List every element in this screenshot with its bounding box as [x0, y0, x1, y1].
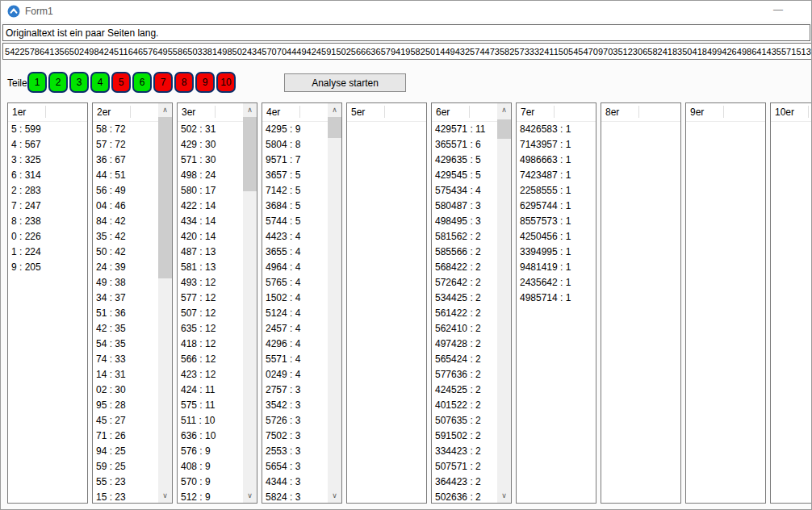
list-item[interactable]: 56 : 49: [93, 183, 158, 199]
analyse-button[interactable]: Analyse starten: [284, 73, 406, 92]
list-item[interactable]: 568422 : 2: [432, 260, 497, 275]
list-item[interactable]: 575 : 11: [178, 398, 243, 413]
list-item[interactable]: 3655 : 4: [262, 245, 328, 260]
list-item[interactable]: 502636 : 2: [432, 490, 497, 503]
vertical-scrollbar[interactable]: ∧∨: [158, 103, 172, 503]
list-item[interactable]: 5654 : 3: [262, 459, 328, 474]
list-item[interactable]: 418 : 12: [178, 337, 243, 352]
list-item[interactable]: 572642 : 2: [432, 275, 497, 291]
list-item[interactable]: 571 : 30: [178, 153, 243, 168]
list-item[interactable]: 3684 : 5: [262, 199, 328, 214]
list-item[interactable]: 4296 : 4: [262, 337, 328, 352]
list-item[interactable]: 570 : 9: [178, 474, 243, 490]
list-item[interactable]: 55 : 23: [93, 474, 158, 490]
list-item[interactable]: 0 : 226: [8, 229, 87, 245]
list-item[interactable]: 71 : 26: [93, 428, 158, 444]
scroll-up-icon[interactable]: ∧: [328, 103, 341, 117]
teiler-button-1[interactable]: 1: [27, 72, 47, 93]
list-item[interactable]: 1 : 224: [8, 245, 87, 260]
list-item[interactable]: 422 : 14: [178, 199, 243, 214]
list-item[interactable]: 7143957 : 1: [517, 137, 596, 153]
list-item[interactable]: 02 : 30: [93, 382, 158, 398]
list-item[interactable]: 424525 : 2: [432, 382, 497, 398]
minimize-button[interactable]: —: [764, 1, 792, 20]
list-item[interactable]: 7 : 247: [8, 199, 87, 214]
list-item[interactable]: 5571 : 4: [262, 352, 328, 367]
list-item[interactable]: 5 : 599: [8, 122, 87, 137]
list-item[interactable]: 9571 : 7: [262, 153, 328, 168]
list-item[interactable]: 2435642 : 1: [517, 275, 596, 291]
list-item[interactable]: 429571 : 11: [432, 122, 497, 137]
list-item[interactable]: 45 : 27: [93, 413, 158, 428]
list-item[interactable]: 429635 : 5: [432, 153, 497, 168]
list-item[interactable]: 7423487 : 1: [517, 168, 596, 183]
list-item[interactable]: 4423 : 4: [262, 229, 328, 245]
list-item[interactable]: 59 : 25: [93, 459, 158, 474]
list-item[interactable]: 498495 : 3: [432, 214, 497, 229]
list-item[interactable]: 3657 : 5: [262, 168, 328, 183]
teiler-button-4[interactable]: 4: [90, 72, 110, 93]
list-item[interactable]: 50 : 42: [93, 245, 158, 260]
list-item[interactable]: 51 : 36: [93, 306, 158, 321]
list-item[interactable]: 8557573 : 1: [517, 214, 596, 229]
list-item[interactable]: 4986663 : 1: [517, 153, 596, 168]
list-item[interactable]: 5804 : 8: [262, 137, 328, 153]
list-item[interactable]: 54 : 35: [93, 337, 158, 352]
list-item[interactable]: 7142 : 5: [262, 183, 328, 199]
list-item[interactable]: 365571 : 6: [432, 137, 497, 153]
list-item[interactable]: 3 : 325: [8, 153, 87, 168]
list-item[interactable]: 0249 : 4: [262, 367, 328, 382]
list-item[interactable]: 34 : 37: [93, 291, 158, 306]
list-item[interactable]: 635 : 12: [178, 321, 243, 337]
list-item[interactable]: 49 : 38: [93, 275, 158, 291]
original-text-input[interactable]: [2, 24, 810, 41]
list-item[interactable]: 5124 : 4: [262, 306, 328, 321]
list-item[interactable]: 580 : 17: [178, 183, 243, 199]
list-item[interactable]: 534425 : 2: [432, 291, 497, 306]
list-column-header[interactable]: 7er: [517, 103, 596, 122]
list-column-header[interactable]: 10er: [771, 103, 812, 122]
list-item[interactable]: 58 : 72: [93, 122, 158, 137]
list-item[interactable]: 497428 : 2: [432, 337, 497, 352]
list-item[interactable]: 580487 : 3: [432, 199, 497, 214]
list-item[interactable]: 2757 : 3: [262, 382, 328, 398]
list-column-header[interactable]: 1er: [8, 103, 87, 122]
list-item[interactable]: 507635 : 2: [432, 413, 497, 428]
list-item[interactable]: 94 : 25: [93, 444, 158, 459]
list-item[interactable]: 429 : 30: [178, 137, 243, 153]
list-item[interactable]: 493 : 12: [178, 275, 243, 291]
list-item[interactable]: 4250456 : 1: [517, 229, 596, 245]
list-item[interactable]: 334423 : 2: [432, 444, 497, 459]
list-item[interactable]: 6295744 : 1: [517, 199, 596, 214]
list-item[interactable]: 74 : 33: [93, 352, 158, 367]
list-item[interactable]: 429545 : 5: [432, 168, 497, 183]
scroll-up-icon[interactable]: ∧: [243, 103, 257, 117]
list-item[interactable]: 84 : 42: [93, 214, 158, 229]
list-item[interactable]: 7502 : 3: [262, 428, 328, 444]
list-item[interactable]: 423 : 12: [178, 367, 243, 382]
list-item[interactable]: 15 : 23: [93, 490, 158, 503]
list-item[interactable]: 5824 : 3: [262, 490, 328, 503]
list-item[interactable]: 424 : 11: [178, 382, 243, 398]
scroll-thumb[interactable]: [497, 119, 511, 139]
scroll-down-icon[interactable]: ∨: [243, 489, 257, 503]
list-item[interactable]: 575434 : 4: [432, 183, 497, 199]
scroll-down-icon[interactable]: ∨: [158, 489, 172, 503]
list-item[interactable]: 420 : 14: [178, 229, 243, 245]
list-item[interactable]: 576 : 9: [178, 444, 243, 459]
scroll-thumb[interactable]: [243, 117, 257, 191]
list-item[interactable]: 4 : 567: [8, 137, 87, 153]
list-item[interactable]: 561422 : 2: [432, 306, 497, 321]
scroll-up-icon[interactable]: ∧: [158, 103, 172, 117]
list-item[interactable]: 585566 : 2: [432, 245, 497, 260]
list-column-header[interactable]: 9er: [686, 103, 765, 122]
scroll-thumb[interactable]: [158, 117, 172, 278]
list-item[interactable]: 566 : 12: [178, 352, 243, 367]
list-item[interactable]: 636 : 10: [178, 428, 243, 444]
list-item[interactable]: 8 : 238: [8, 214, 87, 229]
list-item[interactable]: 6 : 314: [8, 168, 87, 183]
list-item[interactable]: 507571 : 2: [432, 459, 497, 474]
list-item[interactable]: 364423 : 2: [432, 474, 497, 490]
list-item[interactable]: 581 : 13: [178, 260, 243, 275]
teiler-button-7[interactable]: 7: [153, 72, 173, 93]
